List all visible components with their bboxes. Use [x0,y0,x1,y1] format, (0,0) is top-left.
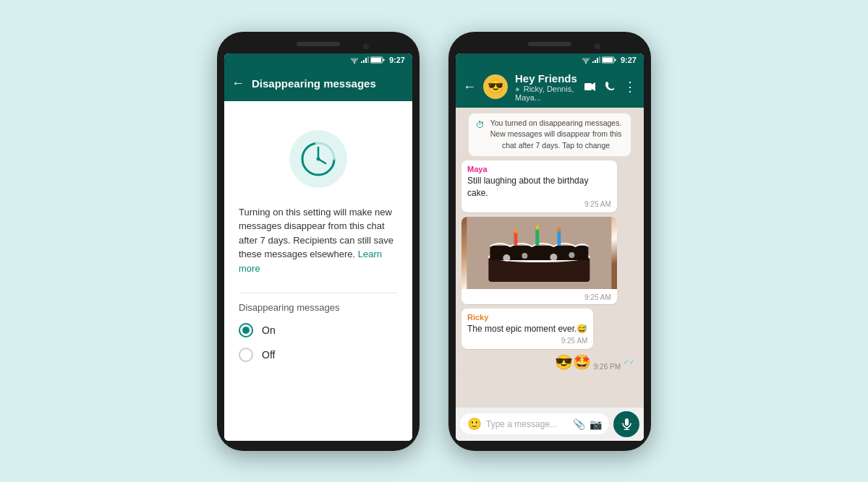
divider [239,293,398,293]
system-msg-text: You turned on disappearing messages. New… [488,118,624,152]
group-avatar: 😎 [483,74,508,99]
back-button-1[interactable]: ← [231,76,244,91]
svg-rect-25 [584,83,592,90]
svg-point-14 [317,157,320,160]
signal-icon-2 [592,56,600,64]
status-time-1: 9:27 [389,56,405,64]
svg-point-17 [585,62,587,64]
description-text: Turning on this setting will make new me… [239,205,398,276]
radio-off-outer[interactable] [239,348,253,362]
camera-icon[interactable]: 📷 [590,418,602,430]
battery-icon [370,56,385,64]
msg-text-ricky: The most epic moment ever.😅 [467,323,587,335]
svg-rect-35 [557,230,561,246]
svg-rect-4 [363,60,365,63]
chat-info: Hey Friends ● Ricky, Dennis, Maya... [515,72,577,102]
svg-rect-5 [365,58,367,63]
svg-rect-3 [361,61,362,63]
chat-background: ⏱ You turned on disappearing messages. N… [456,108,644,441]
timer-svg [299,140,337,178]
svg-point-37 [503,254,510,262]
svg-rect-19 [595,60,596,63]
svg-rect-33 [535,228,539,246]
phone-call-icon[interactable] [605,81,615,93]
message-emoji-sent: 😎🤩 9:26 PM ✓✓ [552,353,638,371]
image-time-wrap: 9:25 AM [461,289,617,304]
signal-icon [360,56,369,64]
svg-point-40 [569,252,574,258]
mic-svg [622,418,631,430]
message-cake-image[interactable]: 9:25 AM [461,217,617,304]
sender-ricky: Ricky [467,313,587,322]
svg-point-2 [354,62,355,64]
double-check-icon: ✓✓ [624,358,635,366]
battery-icon-2 [602,56,616,64]
back-button-2[interactable]: ← [463,79,476,95]
phone-1-screen: 9:27 ← Disappearing messages [224,53,412,441]
system-message[interactable]: ⏱ You turned on disappearing messages. N… [469,113,631,156]
header-bar-1: ← Disappearing messages [224,66,412,101]
msg-time-image: 9:25 AM [467,293,611,301]
timer-illustration [289,130,347,188]
radio-on[interactable]: On [239,323,398,337]
svg-rect-23 [614,59,616,61]
phone-2-speaker [528,42,571,46]
system-msg-icon: ⏱ [476,119,485,132]
wifi-icon [350,56,359,64]
radio-off-label: Off [262,349,275,361]
disappear-body: Turning on this setting will make new me… [224,101,412,441]
svg-rect-8 [383,59,384,61]
svg-marker-26 [592,82,595,91]
video-icon-svg [584,82,596,91]
chat-messages: ⏱ You turned on disappearing messages. N… [456,108,644,408]
phone-2: 9:27 ← 😎 Hey Friends ● Ricky, Dennis, Ma… [448,32,651,451]
attach-icon[interactable]: 📎 [573,418,585,430]
chat-header-icons: ⋮ [584,79,637,95]
msg-time-maya: 9:25 AM [467,200,611,208]
sent-emoji: 😎🤩 [555,353,591,371]
phone-camera [363,43,369,49]
status-time-2: 9:27 [621,56,637,64]
svg-rect-41 [625,418,629,426]
chat-members: ● Ricky, Dennis, Maya... [515,85,577,102]
phone-icon-svg [605,81,615,91]
radio-off[interactable]: Off [239,348,398,362]
cake-svg [461,217,617,289]
phone-speaker [297,42,340,46]
svg-point-32 [514,229,517,233]
status-bar-2: 9:27 [456,53,644,66]
svg-rect-21 [599,56,600,63]
msg-text-maya: Still laughing about the birthday cake. [467,175,611,199]
mic-button[interactable] [613,411,639,437]
message-input[interactable]: Type a message... [486,419,569,429]
signal-icons [350,56,385,64]
emoji-time: 9:26 PM [594,363,621,371]
more-icon[interactable]: ⋮ [624,79,637,95]
video-call-icon[interactable] [584,81,596,93]
svg-rect-6 [367,56,369,63]
radio-on-inner [242,327,250,334]
msg-time-ricky: 9:25 AM [467,337,587,345]
svg-point-38 [522,253,527,259]
svg-point-34 [535,225,539,230]
sender-maya: Maya [467,165,611,173]
cake-image [461,217,617,289]
signal-icons-2 [582,56,616,64]
radio-on-outer[interactable] [239,323,253,337]
chat-name: Hey Friends [515,72,577,85]
svg-point-36 [557,228,561,232]
svg-rect-20 [597,58,598,63]
chat-input-wrap[interactable]: 🙂 Type a message... 📎 📷 [460,413,609,434]
wifi-icon-2 [582,56,590,64]
svg-point-39 [550,254,557,261]
emoji-input-icon[interactable]: 🙂 [467,417,482,431]
phone-2-screen: 9:27 ← 😎 Hey Friends ● Ricky, Dennis, Ma… [456,53,644,441]
message-maya: Maya Still laughing about the birthday c… [461,160,617,213]
radio-on-label: On [262,324,276,336]
phone-1: 9:27 ← Disappearing messages [217,32,420,451]
settings-content: Turning on this setting will make new me… [224,101,412,441]
chat-input-bar: 🙂 Type a message... 📎 📷 [456,408,644,441]
svg-rect-9 [371,58,381,62]
screen-title-1: Disappearing messages [252,77,405,90]
section-label: Disappearing messages [239,302,398,313]
